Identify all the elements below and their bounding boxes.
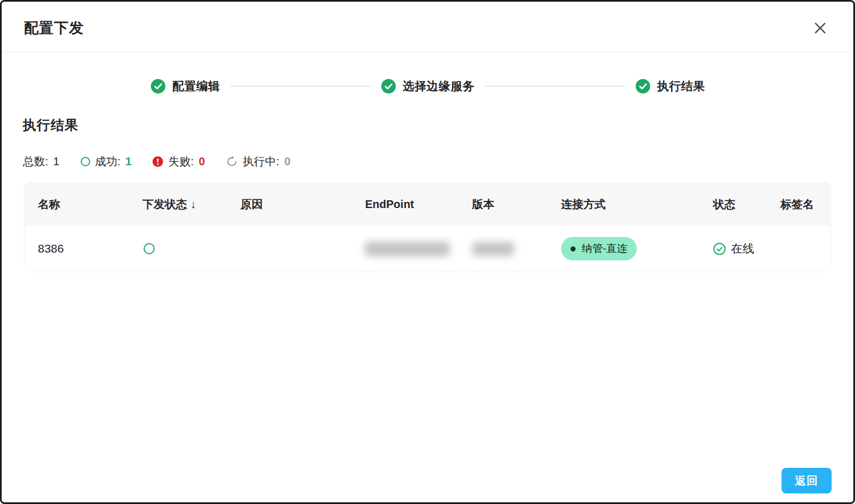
cell-version [472,242,561,256]
execution-stats: 总数:1 成功: 1 失败: 0 [23,154,853,169]
stat-running-value: 0 [284,155,291,168]
step-select-edge-service[interactable]: 选择边缘服务 [381,78,475,94]
stat-success-value: 1 [125,155,131,168]
stat-total-label: 总数: [23,154,48,169]
cell-status: 在线 [713,241,780,256]
online-status: 在线 [713,241,754,256]
online-status-label: 在线 [731,241,754,256]
step-connector [230,86,371,87]
stat-fail: 失败: 0 [153,154,205,169]
column-header-reason: 原因 [240,197,365,212]
stat-success-label: 成功: [95,154,121,169]
column-header-connection: 连接方式 [561,197,713,212]
column-header-name: 名称 [38,197,142,212]
column-header-label: 标签名 [780,197,814,212]
step-label: 选择边缘服务 [403,78,475,94]
step-done-check-icon [150,78,166,94]
result-table: 名称 下发状态 ↓ 原因 EndPoint 版本 连接方式 状态 标签名 [24,182,831,272]
stat-running: 执行中: 0 [226,154,291,169]
redacted-endpoint-blur [365,241,450,256]
online-check-circle-icon [713,243,726,255]
close-icon [813,21,828,36]
column-header-label: 名称 [38,197,60,212]
column-header-tag: 标签名 [780,197,831,212]
step-label: 配置编辑 [173,78,220,94]
modal-title: 配置下发 [24,18,84,38]
sort-descending-icon[interactable]: ↓ [190,198,196,211]
column-header-status: 状态 [713,197,780,212]
cell-connection: 纳管-直连 [561,237,713,260]
step-done-check-icon [381,78,396,94]
redacted-version-blur [472,242,514,256]
close-button[interactable] [811,19,829,37]
table-header-row: 名称 下发状态 ↓ 原因 EndPoint 版本 连接方式 状态 标签名 [24,183,831,226]
stat-fail-label: 失败: [168,154,194,169]
column-header-label: 原因 [240,197,263,212]
column-header-version: 版本 [472,197,561,212]
fail-exclamation-icon [153,156,163,167]
step-config-edit[interactable]: 配置编辑 [150,78,220,94]
cell-dispatch-status [142,243,240,254]
column-header-label: 下发状态 [142,197,187,212]
column-header-label: 版本 [472,197,494,212]
stat-success: 成功: 1 [81,154,132,169]
stat-total-value: 1 [53,155,60,168]
step-done-check-icon [635,78,651,94]
stat-fail-value: 0 [199,155,205,168]
column-header-dispatch-status[interactable]: 下发状态 ↓ [142,197,240,212]
back-button[interactable]: 返回 [782,468,832,493]
modal-header: 配置下发 [2,2,853,53]
stat-running-label: 执行中: [243,154,279,169]
step-execution-result[interactable]: 执行结果 [635,78,705,94]
connection-badge-label: 纳管-直连 [582,241,627,256]
column-header-label: EndPoint [365,198,414,211]
step-label: 执行结果 [657,78,705,94]
stepper: 配置编辑 选择边缘服务 执行结果 [2,78,853,94]
cell-name: 8386 [38,242,142,255]
column-header-label: 状态 [713,197,735,212]
column-header-endpoint: EndPoint [365,198,472,211]
stat-total: 总数:1 [23,154,60,169]
column-header-label: 连接方式 [561,197,606,212]
badge-dot-icon [571,246,576,251]
section-title: 执行结果 [23,116,853,134]
cell-endpoint [365,241,472,256]
success-circle-icon [81,157,90,166]
table-row: 8386 纳管-直连 [24,226,831,271]
step-connector [485,86,625,87]
dispatch-pending-circle-icon [144,243,155,254]
connection-badge: 纳管-直连 [561,237,637,260]
running-refresh-icon [226,156,238,167]
config-dispatch-modal: 配置下发 配置编辑 [0,0,855,504]
